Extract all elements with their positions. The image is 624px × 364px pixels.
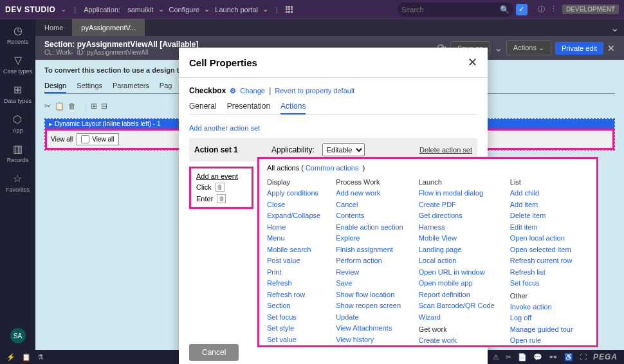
- action-link[interactable]: Open URL in window: [419, 267, 495, 278]
- configure-menu[interactable]: Configure ⌄: [169, 5, 210, 14]
- action-link[interactable]: Manage guided tour: [510, 324, 573, 335]
- action-link[interactable]: Open rule: [510, 335, 573, 346]
- action-link[interactable]: Cancel: [336, 199, 403, 210]
- gear-icon[interactable]: ⚙: [230, 87, 236, 95]
- modal-close-icon[interactable]: ✕: [468, 55, 477, 69]
- tab-parameters[interactable]: Parameters: [113, 79, 149, 93]
- sidebar-datatypes[interactable]: ⊞Data types: [4, 84, 32, 104]
- action-link[interactable]: View history: [336, 334, 403, 345]
- action-link[interactable]: Create PDF: [419, 199, 495, 210]
- action-link[interactable]: Delete item: [510, 210, 573, 221]
- add-action-set-link[interactable]: Add another action set: [189, 124, 260, 132]
- search-icon[interactable]: 🔍: [500, 5, 509, 14]
- viewall-checkbox[interactable]: [81, 135, 89, 143]
- action-link[interactable]: Scan Barcode/QR Code: [419, 300, 495, 311]
- private-edit-button[interactable]: Private edit: [555, 42, 603, 55]
- modal-tab-actions[interactable]: Actions: [280, 99, 306, 114]
- revert-link[interactable]: Revert to property default: [275, 87, 354, 95]
- action-link[interactable]: Menu: [267, 233, 320, 244]
- scissors-icon[interactable]: ✂: [506, 353, 511, 361]
- action-link[interactable]: Finish assignment: [336, 244, 403, 255]
- launch-menu[interactable]: Launch portal ⌄: [215, 5, 268, 14]
- apps-grid-icon[interactable]: [286, 6, 293, 13]
- checkbox-cell[interactable]: View all: [77, 133, 118, 145]
- delete-set-link[interactable]: Delete action set: [419, 146, 472, 154]
- doc-icon[interactable]: 📄: [518, 353, 527, 361]
- chevron-down-icon[interactable]: ⌄: [605, 19, 624, 36]
- action-link[interactable]: Home: [267, 222, 320, 233]
- action-link[interactable]: Update: [336, 312, 403, 323]
- action-link[interactable]: Show reopen screen: [336, 300, 403, 311]
- action-link[interactable]: Open rule by keys: [510, 347, 573, 348]
- action-link[interactable]: Refresh current row: [510, 255, 573, 266]
- flask-icon[interactable]: ⚗: [37, 353, 44, 361]
- action-link[interactable]: Invoke action: [510, 302, 573, 313]
- action-link[interactable]: Save: [336, 278, 403, 289]
- action-link[interactable]: Contents: [336, 210, 403, 221]
- sidebar-recents[interactable]: ◷Recents: [7, 24, 28, 45]
- bolt-icon[interactable]: ⚡: [6, 353, 15, 361]
- action-link[interactable]: Section: [267, 300, 320, 311]
- sidebar-app[interactable]: ⬡App: [12, 113, 23, 134]
- tool-icon[interactable]: 🗑: [68, 102, 76, 111]
- chat-icon[interactable]: 💬: [533, 353, 542, 361]
- action-link[interactable]: Add new work: [336, 188, 403, 199]
- action-link[interactable]: Set style: [267, 323, 320, 334]
- action-link[interactable]: Refresh list: [510, 267, 573, 278]
- action-link[interactable]: Create work: [419, 335, 495, 346]
- action-link[interactable]: Open local action: [510, 233, 573, 244]
- warning-icon[interactable]: ⚠: [493, 353, 499, 361]
- action-link[interactable]: Open mobile app: [419, 278, 495, 289]
- action-link[interactable]: Get next work: [419, 347, 495, 348]
- action-link[interactable]: Enable action section: [336, 222, 403, 233]
- action-link[interactable]: Get directions: [419, 210, 495, 221]
- action-link[interactable]: Landing page: [419, 244, 495, 255]
- tool-icon[interactable]: ⊟: [101, 102, 107, 111]
- action-link[interactable]: Refresh row: [267, 289, 320, 300]
- action-link[interactable]: Log off: [510, 313, 573, 323]
- tool-icon[interactable]: ⊞: [91, 102, 97, 111]
- search-input[interactable]: [401, 6, 479, 14]
- tab-settings[interactable]: Settings: [77, 79, 102, 93]
- action-link[interactable]: Mobile View: [419, 233, 495, 244]
- tab-pages[interactable]: Pag: [160, 79, 172, 93]
- action-link[interactable]: Wizard: [419, 312, 495, 323]
- action-link[interactable]: Add child: [510, 188, 573, 199]
- action-link[interactable]: Close: [267, 199, 320, 210]
- app-switcher[interactable]: Application: samuikit ⌄: [84, 5, 163, 14]
- action-link[interactable]: Mobile search: [267, 244, 320, 255]
- sidebar-casetypes[interactable]: ▽Case types: [3, 54, 32, 75]
- action-link[interactable]: Show smart info: [267, 345, 320, 347]
- action-link[interactable]: Set focus: [510, 278, 573, 289]
- applicability-select[interactable]: Editable: [322, 143, 365, 156]
- change-link[interactable]: Change: [240, 87, 265, 95]
- action-link[interactable]: Set focus: [267, 312, 320, 323]
- action-link[interactable]: Set value: [267, 334, 320, 345]
- glasses-icon[interactable]: 👓: [549, 353, 558, 361]
- search-box[interactable]: 🔍 ✓: [398, 3, 513, 17]
- action-link[interactable]: Harness: [419, 222, 495, 233]
- action-link[interactable]: View Attachments: [336, 323, 403, 334]
- sidebar-favorites[interactable]: ☆Favorites: [6, 172, 30, 193]
- tool-icon[interactable]: 📋: [55, 102, 64, 111]
- action-link[interactable]: Perform action: [336, 255, 403, 266]
- delete-event-icon[interactable]: 🗑: [216, 183, 225, 192]
- delete-event-icon[interactable]: 🗑: [217, 194, 226, 203]
- avatar[interactable]: SA: [10, 328, 26, 343]
- action-link[interactable]: Report definition: [419, 289, 495, 300]
- check-icon[interactable]: ✓: [516, 4, 528, 15]
- expand-icon[interactable]: ⛶: [580, 353, 587, 361]
- action-link[interactable]: Add item: [510, 199, 573, 210]
- action-link[interactable]: Open selected item: [510, 244, 573, 255]
- action-link[interactable]: Explore: [336, 233, 403, 244]
- modal-tab-presentation[interactable]: Presentation: [227, 99, 270, 114]
- actions-button[interactable]: Actions ⌄: [506, 41, 551, 55]
- action-link[interactable]: Post value: [267, 255, 320, 266]
- modal-tab-general[interactable]: General: [189, 99, 217, 114]
- action-link[interactable]: Review: [336, 267, 403, 278]
- action-link[interactable]: Show flow location: [336, 289, 403, 300]
- action-link[interactable]: Print: [267, 267, 320, 278]
- tool-icon[interactable]: ✂: [44, 102, 51, 111]
- accessibility-icon[interactable]: ♿: [564, 353, 573, 361]
- close-icon[interactable]: ✕: [607, 43, 615, 53]
